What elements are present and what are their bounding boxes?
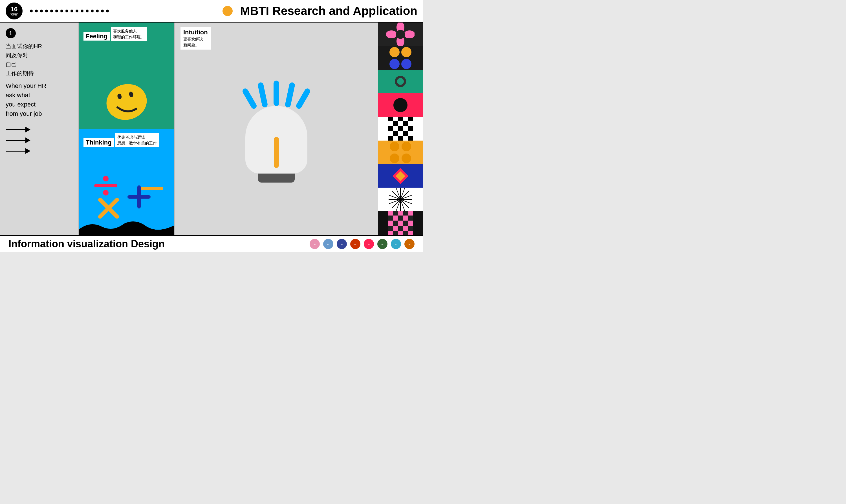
logo-sub: PERSONALITIES <box>11 12 17 16</box>
thinking-label: Thinking 优先考虑与逻辑 思想、数学有关的工作 <box>84 133 170 148</box>
deco-pink-flower <box>378 22 423 46</box>
ray-icon <box>241 87 257 110</box>
ray-icon <box>295 87 311 110</box>
svg-text:ic: ic <box>327 243 329 246</box>
svg-text:ic: ic <box>368 243 370 246</box>
footer-icon-5: ic <box>364 239 374 249</box>
arrow-item-2 <box>6 138 73 143</box>
footer-icon-6: ic <box>377 239 387 249</box>
svg-text:ic: ic <box>409 243 411 246</box>
header: 16 PERSONALITIES MBTI Research and Appli… <box>0 0 423 22</box>
step-number: 1 <box>6 28 16 38</box>
english-description: When your HR ask what you expect from yo… <box>6 81 73 118</box>
dot-icon <box>96 10 99 12</box>
dot-icon <box>40 10 43 12</box>
intuition-desc: 更喜欢解决 新问题。 <box>183 36 208 48</box>
deco-checker <box>378 117 423 141</box>
svg-point-15 <box>396 30 405 39</box>
dot-icon <box>91 10 93 12</box>
footer-icons: ic ic ic ic ic ic ic ic <box>310 239 415 249</box>
thinking-panel: Thinking 优先考虑与逻辑 思想、数学有关的工作 <box>79 129 174 235</box>
footer-icon-8: ic <box>404 239 415 249</box>
blob-decoration <box>79 218 174 235</box>
footer-icon-3: ic <box>337 239 347 249</box>
svg-text:ic: ic <box>395 243 397 246</box>
arrow-item-1 <box>6 127 73 132</box>
dot-icon <box>61 10 63 12</box>
header-dots <box>27 6 236 16</box>
logo: 16 PERSONALITIES <box>6 2 22 19</box>
ray-icon <box>284 82 295 108</box>
svg-text:ic: ic <box>341 243 343 246</box>
deco-blue-diamond <box>378 164 423 188</box>
svg-point-0 <box>102 80 151 125</box>
left-sidebar: 1 当面试你的HR 问及你对 自己 工作的期待 When your HR ask… <box>0 22 79 235</box>
header-circle-icon <box>223 6 232 16</box>
circle-icon <box>393 98 408 112</box>
svg-text:ic: ic <box>355 243 357 246</box>
yellow-circles-icon <box>390 142 411 163</box>
deco-red-block <box>378 93 423 117</box>
footer-icon-4: ic <box>350 239 360 249</box>
footer: Information visualization Design ic ic i… <box>0 235 423 252</box>
svg-point-5 <box>103 190 108 196</box>
footer-title: Information visualization Design <box>8 238 304 250</box>
arrow-line-icon <box>6 138 31 143</box>
circle-icon <box>395 76 406 87</box>
filament-icon <box>274 137 279 168</box>
main-content: 1 当面试你的HR 问及你对 自己 工作的期待 When your HR ask… <box>0 22 423 235</box>
dot-icon <box>75 10 79 12</box>
sunburst-icon <box>383 187 417 211</box>
far-right-decorations <box>378 22 423 235</box>
chinese-description: 当面试你的HR 问及你对 自己 工作的期待 <box>6 42 73 78</box>
svg-point-12 <box>404 31 415 38</box>
logo-number: 16 <box>11 6 17 12</box>
ray-icon <box>257 82 268 108</box>
deco-sunburst <box>378 187 423 211</box>
dot-icon <box>30 10 33 12</box>
arrow-line-icon <box>6 148 31 154</box>
deco-green-block <box>378 70 423 93</box>
dot-icon <box>45 10 48 12</box>
intuition-box: Intuition 更喜欢解决 新问题。 <box>180 27 211 50</box>
deco-yellow-circles <box>378 141 423 164</box>
checker-grid-icon <box>388 117 413 141</box>
svg-point-14 <box>386 31 397 38</box>
dot-icon <box>106 10 109 12</box>
dot-icon <box>101 10 104 12</box>
intuition-title: Intuition <box>183 29 208 36</box>
arrows-section <box>6 127 73 154</box>
footer-icon-2: ic <box>323 239 333 249</box>
dot-line <box>30 10 221 12</box>
lightbulb-icon <box>245 75 307 183</box>
center-panels: Feeling 喜欢服务他人 和谐的工作环境。 <box>79 22 175 235</box>
dot-icon <box>65 10 68 12</box>
feeling-label: Feeling 喜欢服务他人 和谐的工作环境。 <box>84 27 170 42</box>
right-main-area: Intuition 更喜欢解决 新问题。 <box>175 22 378 235</box>
feeling-title: Feeling <box>84 32 110 40</box>
dot-icon <box>50 10 53 12</box>
dot-icon <box>81 10 84 12</box>
deco-pink-checker <box>378 211 423 235</box>
pink-checker-icon <box>388 211 413 235</box>
bulb-body <box>245 106 307 174</box>
ray-icon <box>274 80 279 106</box>
arrow-item-3 <box>6 148 73 154</box>
arrow-line-icon <box>6 127 31 132</box>
svg-text:ic: ic <box>314 243 316 246</box>
thinking-desc: 优先考虑与逻辑 思想、数学有关的工作 <box>115 133 159 147</box>
bulb-base <box>258 174 295 183</box>
feeling-desc: 喜欢服务他人 和谐的工作环境。 <box>111 27 147 41</box>
svg-point-4 <box>103 176 108 181</box>
smiley-icon <box>101 74 152 126</box>
feeling-panel: Feeling 喜欢服务他人 和谐的工作环境。 <box>79 22 174 129</box>
svg-text:ic: ic <box>382 243 383 246</box>
footer-icon-1: ic <box>310 239 320 249</box>
dot-icon <box>86 10 89 12</box>
dot-icon <box>55 10 58 12</box>
deco-dots-grid <box>378 46 423 70</box>
page-title: MBTI Research and Application <box>240 4 417 18</box>
footer-icon-7: ic <box>391 239 401 249</box>
dots-grid-icon <box>390 47 411 69</box>
diamond-icon <box>389 165 412 187</box>
